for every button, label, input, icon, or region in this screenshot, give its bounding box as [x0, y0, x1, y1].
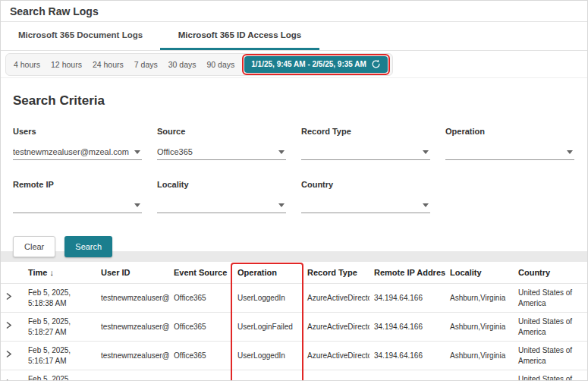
- dropdown-caret-icon: [567, 150, 573, 154]
- time-preset-7-days[interactable]: 7 days: [129, 54, 163, 75]
- table-row[interactable]: Feb 5, 2025, 5:16:17 AM testnewmzealuser…: [1, 342, 587, 370]
- col-header-remote-ip[interactable]: Remote IP Address: [369, 262, 445, 284]
- cell-time: Feb 5, 2025, 5:16:17 AM: [24, 342, 96, 370]
- log-type-tabs: Microsoft 365 Document Logs Microsoft 36…: [1, 22, 587, 51]
- cell-user-id: testnewmzealuser@mze: [96, 370, 169, 381]
- dropdown-caret-icon: [278, 203, 285, 207]
- annotation-box-date-range: 1/1/25, 9:45 AM - 2/5/25, 9:35 AM: [242, 54, 390, 75]
- row-expand-chevron-icon[interactable]: [5, 350, 12, 358]
- row-expand-chevron-icon[interactable]: [5, 321, 12, 329]
- time-preset-12-hours[interactable]: 12 hours: [46, 54, 87, 75]
- page-title: Search Raw Logs: [10, 5, 99, 17]
- dropdown-caret-icon: [423, 150, 429, 154]
- cell-event-source: Office365: [169, 313, 233, 342]
- col-header-operation[interactable]: Operation: [233, 262, 303, 284]
- time-preset-24-hours[interactable]: 24 hours: [87, 54, 129, 75]
- tab-document-logs[interactable]: Microsoft 365 Document Logs: [1, 22, 160, 50]
- field-record-type: Record Type: [301, 127, 430, 160]
- cell-time: Feb 5, 2025, 5:18:38 AM: [24, 284, 96, 313]
- row-expand-chevron-icon[interactable]: [5, 292, 12, 301]
- cell-time: Feb 5, 2025, 5:18:27 AM: [24, 313, 96, 342]
- field-locality: Locality: [157, 180, 286, 213]
- time-preset-90-days[interactable]: 90 days: [202, 54, 241, 75]
- field-country: Country: [301, 180, 430, 213]
- users-select[interactable]: testnewmzealuser@mzeal.com: [13, 145, 142, 160]
- record-type-label: Record Type: [301, 127, 430, 136]
- clear-button[interactable]: Clear: [13, 236, 55, 257]
- table-header-row: Time↓ User ID Event Source Operation Rec…: [1, 262, 587, 284]
- cell-record-type: AzureActiveDirectorySts: [303, 284, 369, 313]
- search-button[interactable]: Search: [64, 236, 112, 257]
- expand-cell: [1, 313, 24, 342]
- custom-date-range-label: 1/1/25, 9:45 AM - 2/5/25, 9:35 AM: [251, 60, 366, 68]
- cell-remote-ip: 34.194.64.166: [369, 313, 445, 342]
- dropdown-caret-icon: [278, 150, 285, 154]
- cell-operation: UserLoginFailed: [233, 370, 303, 381]
- custom-date-range-button[interactable]: 1/1/25, 9:45 AM - 2/5/25, 9:35 AM: [244, 56, 388, 73]
- country-select[interactable]: [301, 198, 430, 213]
- time-range-bar: 4 hours 12 hours 24 hours 7 days 30 days…: [1, 51, 587, 78]
- tab-id-access-logs[interactable]: Microsoft 365 ID Access Logs: [160, 22, 319, 50]
- users-select-value: testnewmzealuser@mzeal.com: [13, 147, 129, 156]
- field-users: Users testnewmzealuser@mzeal.com: [13, 127, 142, 160]
- cell-event-source: Office365: [169, 370, 233, 381]
- search-criteria-section: Search Criteria Users testnewmzealuser@m…: [1, 78, 587, 251]
- criteria-fields-row-1: Users testnewmzealuser@mzeal.com Source …: [13, 127, 575, 160]
- time-range-group: 4 hours 12 hours 24 hours 7 days 30 days…: [5, 53, 393, 76]
- table-row[interactable]: Feb 5, 2025, 5:16:12 AM testnewmzealuser…: [1, 370, 587, 381]
- users-label: Users: [13, 127, 142, 136]
- col-header-time[interactable]: Time↓: [24, 262, 96, 284]
- operation-label: Operation: [445, 127, 574, 136]
- cell-record-type: AzureActiveDirectorySts: [303, 342, 369, 370]
- field-source: Source Office365: [157, 127, 286, 160]
- table-row[interactable]: Feb 5, 2025, 5:18:27 AM testnewmzealuser…: [1, 313, 587, 342]
- operation-select[interactable]: [445, 145, 574, 160]
- cell-locality: Ashburn,Virginia: [445, 284, 514, 313]
- col-header-user-id[interactable]: User ID: [96, 262, 169, 284]
- remote-ip-select[interactable]: [13, 198, 142, 213]
- dropdown-caret-icon: [134, 203, 140, 207]
- cell-country: United States of America: [514, 342, 587, 370]
- cell-record-type: AzureActiveDirectorySts: [303, 370, 369, 381]
- col-header-locality[interactable]: Locality: [445, 262, 514, 284]
- locality-label: Locality: [157, 180, 286, 189]
- cell-event-source: Office365: [169, 284, 233, 313]
- cell-user-id: testnewmzealuser@mze: [96, 342, 169, 370]
- expand-column-header: [1, 262, 24, 284]
- source-label: Source: [157, 127, 286, 136]
- col-header-country[interactable]: Country: [514, 262, 587, 284]
- criteria-fields-row-2: Remote IP Locality Country: [13, 180, 575, 213]
- dropdown-caret-icon: [423, 203, 429, 207]
- remote-ip-label: Remote IP: [13, 180, 142, 189]
- cell-operation: UserLoggedIn: [233, 284, 303, 313]
- results-table-section: Time↓ User ID Event Source Operation Rec…: [1, 262, 587, 381]
- sort-descending-icon[interactable]: ↓: [49, 268, 54, 277]
- cell-remote-ip: 34.194.64.166: [369, 370, 445, 381]
- results-table: Time↓ User ID Event Source Operation Rec…: [1, 262, 587, 381]
- expand-cell: [1, 342, 24, 370]
- source-select-value: Office365: [157, 147, 193, 156]
- cell-remote-ip: 34.194.64.166: [369, 342, 445, 370]
- cell-locality: Ashburn,Virginia: [445, 370, 514, 381]
- search-raw-logs-window: Search Raw Logs Microsoft 365 Document L…: [0, 0, 588, 381]
- col-header-record-type[interactable]: Record Type: [303, 262, 369, 284]
- field-operation: Operation: [445, 127, 574, 160]
- cell-operation: UserLoggedIn: [233, 342, 303, 370]
- time-preset-30-days[interactable]: 30 days: [163, 54, 202, 75]
- col-header-event-source[interactable]: Event Source: [169, 262, 233, 284]
- record-type-select[interactable]: [301, 145, 430, 160]
- cell-time: Feb 5, 2025, 5:16:12 AM: [24, 370, 96, 381]
- source-select[interactable]: Office365: [157, 145, 286, 160]
- expand-cell: [1, 284, 24, 313]
- col-header-time-label: Time: [28, 268, 47, 277]
- cell-record-type: AzureActiveDirectorySts: [303, 313, 369, 342]
- cell-user-id: testnewmzealuser@mze: [96, 313, 169, 342]
- table-row[interactable]: Feb 5, 2025, 5:18:38 AM testnewmzealuser…: [1, 284, 587, 313]
- cell-country: United States of America: [514, 370, 587, 381]
- cell-event-source: Office365: [169, 342, 233, 370]
- country-label: Country: [301, 180, 430, 189]
- cell-country: United States of America: [514, 284, 587, 313]
- cell-locality: Ashburn,Virginia: [445, 342, 514, 370]
- time-preset-4-hours[interactable]: 4 hours: [8, 54, 46, 75]
- locality-select[interactable]: [157, 198, 286, 213]
